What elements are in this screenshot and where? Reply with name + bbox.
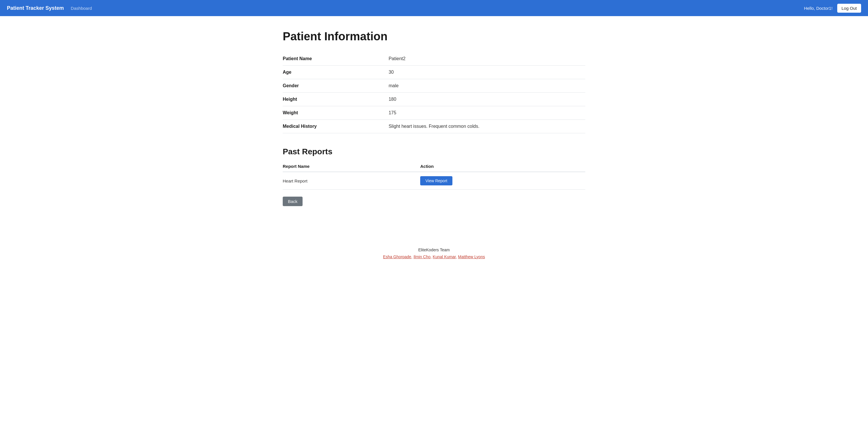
logout-button[interactable]: Log Out [837,4,861,13]
patient-field-value: male [389,79,585,93]
patient-info-row: Patient Name Patient2 [283,52,585,66]
footer-links: Esha Ghorpade, Ilmin Cho, Kunal Kumar, M… [7,255,861,259]
past-reports-title: Past Reports [283,147,585,156]
patient-field-value: Patient2 [389,52,585,66]
footer: EliteKoders Team Esha Ghorpade, Ilmin Ch… [0,241,868,266]
patient-info-table: Patient Name Patient2 Age 30 Gender male… [283,52,585,133]
report-name: Heart Report [283,172,420,190]
patient-info-row: Gender male [283,79,585,93]
patient-info-row: Medical History Slight heart issues. Fre… [283,120,585,133]
patient-info-row: Weight 175 [283,106,585,120]
dashboard-link[interactable]: Dashboard [71,6,92,11]
patient-field-label: Age [283,66,389,79]
navbar: Patient Tracker System Dashboard Hello, … [0,0,868,16]
patient-field-value: 30 [389,66,585,79]
footer-member-link[interactable]: Matthew Lyons [458,255,485,259]
main-content: Patient Information Patient Name Patient… [276,16,592,241]
navbar-greeting: Hello, Doctor1! [804,6,832,11]
patient-info-row: Age 30 [283,66,585,79]
patient-field-label: Weight [283,106,389,120]
patient-field-value: 175 [389,106,585,120]
patient-info-row: Height 180 [283,93,585,106]
footer-team-name: EliteKoders Team [7,247,861,252]
reports-table: Report Name Action Heart Report View Rep… [283,161,585,190]
navbar-right: Hello, Doctor1! Log Out [804,4,861,13]
patient-field-label: Height [283,93,389,106]
navbar-brand: Patient Tracker System [7,5,64,11]
col-action: Action [420,161,585,172]
back-button[interactable]: Back [283,197,303,206]
patient-field-value: Slight heart issues. Frequent common col… [389,120,585,133]
report-action: View Report [420,172,585,190]
patient-field-label: Patient Name [283,52,389,66]
footer-member-link[interactable]: Esha Ghorpade [383,255,411,259]
report-row: Heart Report View Report [283,172,585,190]
patient-field-label: Gender [283,79,389,93]
col-report-name: Report Name [283,161,420,172]
footer-member-link[interactable]: Kunal Kumar [433,255,456,259]
reports-table-head: Report Name Action [283,161,585,172]
patient-field-label: Medical History [283,120,389,133]
patient-field-value: 180 [389,93,585,106]
page-title: Patient Information [283,30,585,43]
footer-member-link[interactable]: Ilmin Cho [413,255,431,259]
view-report-button[interactable]: View Report [420,176,453,185]
navbar-left: Patient Tracker System Dashboard [7,5,92,11]
